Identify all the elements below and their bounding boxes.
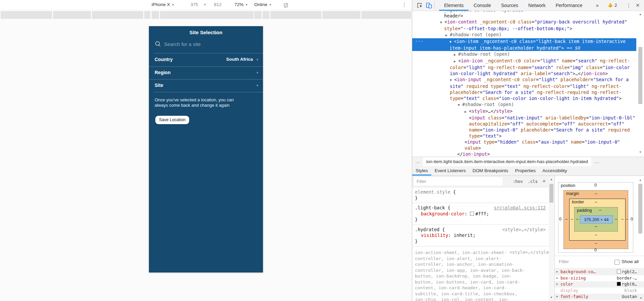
margin-left-value[interactable]: –: [565, 217, 568, 221]
expand-arrow-icon[interactable]: ▼: [440, 19, 444, 26]
computed-property-row[interactable]: ▶box-sizingborder-…: [555, 275, 644, 282]
expand-arrow-icon[interactable]: ▶: [556, 281, 558, 288]
expand-arrow-icon[interactable]: ▶: [465, 109, 469, 115]
dom-tree-line[interactable]: autocapitalize="off" autocomplete="off" …: [412, 121, 636, 127]
padding-bottom-value[interactable]: –: [595, 224, 597, 229]
breadcrumb-selected-node[interactable]: ion-item.light-back.item.item-interactiv…: [423, 157, 591, 166]
site-search-input[interactable]: Search for a site: [155, 40, 201, 48]
dom-tree-line[interactable]: <input class="native-input" aria-labelle…: [412, 115, 636, 121]
color-swatch[interactable]: [470, 212, 474, 216]
show-all-checkbox[interactable]: [614, 260, 620, 265]
dom-tree-line[interactable]: placeholder="Search for a site" ng-refle…: [412, 89, 636, 95]
computed-property-row[interactable]: displayblock: [555, 288, 644, 294]
tab-console[interactable]: Console: [469, 0, 496, 11]
media-query-segment[interactable]: [322, 11, 361, 19]
device-width-field[interactable]: 375: [191, 0, 198, 9]
expand-arrow-icon[interactable]: ▶: [454, 52, 458, 58]
scroll-up-icon[interactable]: ▲: [639, 13, 642, 16]
position-right-value[interactable]: 0: [631, 217, 633, 221]
media-query-segment[interactable]: [160, 11, 254, 19]
media-query-segment[interactable]: [254, 11, 262, 19]
dom-tree-line[interactable]: name="ion-input-0" placeholder="Search f…: [412, 127, 636, 133]
zoom-select[interactable]: 72%▼: [234, 0, 248, 9]
dom-tree-line[interactable]: ▶#shadow-root (open): [412, 51, 636, 58]
media-query-segment[interactable]: [362, 11, 411, 19]
tab-event-listeners[interactable]: Event Listeners: [431, 166, 469, 175]
expand-arrow-icon[interactable]: ▼: [458, 102, 462, 108]
rotate-device-icon[interactable]: [283, 2, 289, 8]
breadcrumb-overflow-right[interactable]: …: [591, 159, 602, 164]
dom-tree-line[interactable]: ▶<ion-icon _ngcontent-c0 color="light" n…: [412, 58, 636, 64]
border-left-value[interactable]: –: [571, 217, 573, 221]
expand-arrow-icon[interactable]: ▶: [556, 294, 558, 300]
device-height-field[interactable]: 812: [214, 0, 222, 9]
tab-sources[interactable]: Sources: [496, 0, 523, 11]
toggle-hover-state-button[interactable]: :hov: [513, 179, 523, 184]
style-rule[interactable]: .hydrated {<style>…</style>visibility: i…: [412, 225, 548, 247]
expand-arrow-icon[interactable]: ▼: [449, 39, 454, 45]
dom-tree-line[interactable]: ▶#shadow-root (open): [412, 32, 636, 38]
scroll-down-icon[interactable]: ▼: [550, 296, 553, 299]
dom-tree-line[interactable]: type="text" class="ion-color ion-color-l…: [412, 95, 636, 101]
dom-tree-line[interactable]: ▼#shadow-root (open): [412, 101, 636, 108]
padding-left-value[interactable]: –: [576, 217, 579, 221]
dom-tree-line[interactable]: </ion-input>: [412, 151, 636, 157]
tab-properties[interactable]: Properties: [512, 166, 539, 175]
network-throttle-select[interactable]: Online▼: [254, 0, 272, 9]
scrollbar-thumb[interactable]: [549, 184, 553, 203]
toggle-device-toolbar-icon[interactable]: [426, 2, 432, 10]
dom-tree-line[interactable]: <input type="hidden" class="aux-input" n…: [412, 139, 636, 145]
dom-tree-line[interactable]: site" required type="text" ng-reflect-co…: [412, 83, 636, 89]
computed-property-row[interactable]: ▶background-co…rgb(2…: [555, 269, 644, 275]
close-icon[interactable]: ✕: [636, 0, 640, 11]
inspect-element-icon[interactable]: [416, 2, 423, 10]
border-bottom-value[interactable]: –: [595, 233, 597, 237]
rule-source-link[interactable]: src\global.scss:112: [494, 205, 546, 211]
expand-arrow-icon[interactable]: ▶: [556, 269, 558, 275]
padding-right-value[interactable]: –: [615, 217, 617, 221]
dom-tree-line[interactable]: ion-color-light hydrated" aria-label="se…: [412, 70, 636, 77]
media-query-segment[interactable]: [53, 11, 91, 19]
scroll-down-icon[interactable]: ▼: [640, 297, 642, 300]
computed-property-row[interactable]: ▶font-familyGustan: [555, 294, 644, 300]
position-bottom-value[interactable]: 0: [594, 248, 597, 252]
border-right-value[interactable]: –: [621, 217, 624, 221]
more-tabs-button[interactable]: »: [596, 0, 599, 11]
media-query-segment[interactable]: [270, 11, 321, 19]
save-location-button[interactable]: Save Location: [155, 116, 189, 124]
breadcrumb-overflow-left[interactable]: …: [412, 159, 423, 164]
expand-arrow-icon[interactable]: ▶: [445, 32, 450, 38]
position-top-value[interactable]: 0: [594, 183, 597, 188]
expand-arrow-icon[interactable]: ▶: [454, 58, 458, 64]
app-row-region[interactable]: Region▼: [149, 66, 263, 80]
media-query-segment[interactable]: [152, 11, 159, 19]
app-row-site[interactable]: Site▼: [149, 79, 263, 92]
tab-styles[interactable]: Styles: [412, 166, 431, 175]
margin-bottom-value[interactable]: –: [595, 241, 597, 246]
border-top-value[interactable]: –: [595, 200, 597, 204]
expand-arrow-icon[interactable]: ▶: [556, 275, 558, 282]
dom-tree-line[interactable]: header>: [412, 13, 636, 19]
scroll-up-icon[interactable]: ▲: [550, 178, 553, 181]
media-query-segment[interactable]: [1, 11, 52, 19]
margin-top-value[interactable]: –: [595, 191, 597, 196]
position-left-value[interactable]: 0: [559, 217, 561, 221]
expand-arrow-icon[interactable]: ▼: [450, 77, 454, 83]
tab-accessibility[interactable]: Accessibility: [539, 166, 571, 175]
dom-tree-line[interactable]: ▼<ion-item _ngcontent-c0 class="light-ba…: [412, 38, 636, 45]
scrollbar-thumb[interactable]: [638, 184, 642, 234]
media-query-segment[interactable]: [92, 11, 143, 19]
dom-tree-line[interactable]: style="--offset-top:0px; --offset-bottom…: [412, 26, 636, 32]
css-property[interactable]: visibility: inherit;: [415, 233, 546, 239]
device-select[interactable]: iPhone X▼: [152, 0, 174, 9]
toggle-class-button[interactable]: .cls: [528, 179, 538, 184]
dom-tree-line[interactable]: value>: [412, 145, 636, 151]
app-row-country[interactable]: CountrySouth Africa▼: [149, 53, 263, 67]
tab-dom-breakpoints[interactable]: DOM Breakpoints: [469, 166, 512, 175]
style-rule[interactable]: .light-back {src\global.scss:112backgrou…: [412, 203, 548, 225]
tab-performance[interactable]: Performance: [550, 0, 587, 11]
dom-tree-line[interactable]: ▶<style>…</style>: [412, 108, 636, 115]
dom-tree-line[interactable]: ▼<ion-content _ngcontent-c0 class="prima…: [412, 19, 636, 26]
styles-filter-input[interactable]: Filter: [414, 177, 502, 186]
media-query-segment[interactable]: [144, 11, 150, 19]
